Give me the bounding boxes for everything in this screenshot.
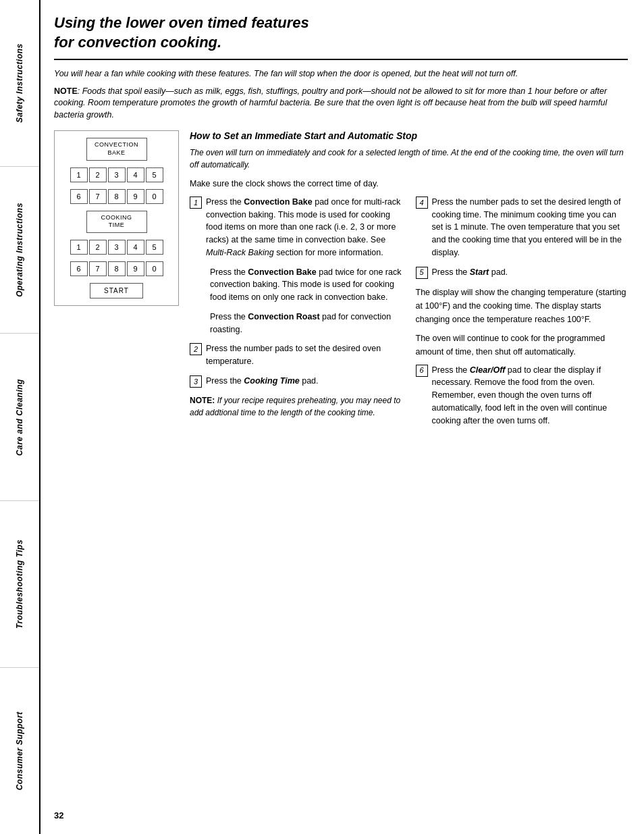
section-heading: How to Set an Immediate Start and Automa…	[190, 130, 628, 141]
keypad-row2: 6 7 8 9 0	[70, 189, 163, 204]
instructions-area: How to Set an Immediate Start and Automa…	[190, 130, 628, 797]
cooking-time-label: Cooking Time	[86, 211, 147, 233]
intro-note: NOTE: Foods that spoil easily—such as mi…	[54, 86, 628, 122]
step-1: 1 Press the Convection Bake pad once for…	[190, 196, 402, 259]
page-title: Using the lower oven timed features for …	[54, 14, 628, 60]
key-4b[interactable]: 4	[127, 240, 144, 255]
step-1b: Press the Convection Bake pad twice for …	[190, 266, 402, 304]
step-num-2: 2	[190, 343, 202, 355]
step-text-1: Press the Convection Bake pad once for m…	[206, 196, 402, 259]
keypad-row3: 1 2 3 4 5	[70, 240, 163, 255]
key-5b[interactable]: 5	[146, 240, 163, 255]
step-text-5: Press the Start pad.	[432, 266, 628, 279]
sidebar-section-troubleshooting[interactable]: Troubleshooting Tips	[0, 501, 39, 668]
sidebar-label-care: Care and Cleaning	[15, 379, 24, 456]
steps-area: 1 Press the Convection Bake pad once for…	[190, 196, 628, 434]
key-9[interactable]: 9	[127, 189, 144, 204]
sidebar-section-consumer[interactable]: Consumer Support	[0, 668, 39, 834]
sidebar-section-care[interactable]: Care and Cleaning	[0, 334, 39, 500]
note-label: NOTE	[54, 86, 78, 96]
display-note-2: The oven will continue to cook for the p…	[416, 332, 628, 359]
steps-left: 1 Press the Convection Bake pad once for…	[190, 196, 402, 434]
step-num-4: 4	[416, 197, 428, 209]
sidebar-label-safety: Safety Instructions	[15, 43, 24, 123]
sidebar-section-safety[interactable]: Safety Instructions	[0, 0, 39, 167]
key-3[interactable]: 3	[108, 167, 126, 182]
step-3: 3 Press the Cooking Time pad.	[190, 375, 402, 388]
key-8b[interactable]: 8	[108, 261, 126, 276]
step-6: 6 Press the Clear/Off pad to clear the d…	[416, 364, 628, 427]
step-num-1: 1	[190, 197, 202, 209]
keypad-row1: 1 2 3 4 5	[70, 167, 163, 182]
steps-right: 4 Press the number pads to set the desir…	[416, 196, 628, 434]
step-4: 4 Press the number pads to set the desir…	[416, 196, 628, 259]
sidebar-label-troubleshooting: Troubleshooting Tips	[15, 540, 24, 629]
step-1c: Press the Convection Roast pad for conve…	[190, 311, 402, 336]
sidebar-label-consumer: Consumer Support	[15, 712, 24, 791]
instruction-normal: Make sure the clock shows the correct ti…	[190, 178, 628, 190]
key-0[interactable]: 0	[146, 189, 163, 204]
key-7[interactable]: 7	[89, 189, 107, 204]
step-text-1c: Press the Convection Roast pad for conve…	[210, 311, 402, 336]
step-text-1b: Press the Convection Bake pad twice for …	[210, 266, 402, 304]
intro-italic-text: You will hear a fan while cooking with t…	[54, 68, 628, 80]
step-text-3: Press the Cooking Time pad.	[206, 375, 402, 388]
sidebar-label-operating: Operating Instructions	[15, 203, 24, 297]
convection-bake-label: Convection Bake	[86, 138, 147, 160]
key-0b[interactable]: 0	[146, 261, 163, 276]
key-5[interactable]: 5	[146, 167, 163, 182]
step-text-6: Press the Clear/Off pad to clear the dis…	[432, 364, 628, 427]
sidebar-section-operating[interactable]: Operating Instructions	[0, 167, 39, 334]
key-4[interactable]: 4	[127, 167, 144, 182]
title-line2: for convection cooking.	[54, 34, 221, 51]
keypad-row4: 6 7 8 9 0	[70, 261, 163, 276]
key-1[interactable]: 1	[70, 167, 88, 182]
key-7b[interactable]: 7	[89, 261, 107, 276]
key-8[interactable]: 8	[108, 189, 126, 204]
title-line1: Using the lower oven timed features	[54, 14, 309, 31]
key-2[interactable]: 2	[89, 167, 107, 182]
step-text-4: Press the number pads to set the desired…	[432, 196, 628, 259]
instruction-intro: The oven will turn on immediately and co…	[190, 147, 628, 171]
step-num-6: 6	[416, 365, 428, 377]
step-text-2: Press the number pads to set the desired…	[206, 342, 402, 368]
two-col-layout: Convection Bake 1 2 3 4 5 6 7 8 9 0 Cook…	[54, 130, 628, 797]
bake-label: Bake	[107, 149, 125, 156]
display-note-1: The display will show the changing tempe…	[416, 286, 628, 326]
cooking-label: Cooking	[101, 214, 132, 221]
convection-label: Convection	[95, 141, 138, 148]
note-bottom: NOTE: If your recipe requires preheating…	[190, 394, 402, 419]
step-num-3: 3	[190, 375, 202, 388]
sidebar: Safety Instructions Operating Instructio…	[0, 0, 41, 834]
key-1b[interactable]: 1	[70, 240, 88, 255]
key-9b[interactable]: 9	[127, 261, 144, 276]
main-content: Using the lower oven timed features for …	[41, 0, 644, 834]
step-5: 5 Press the Start pad.	[416, 266, 628, 279]
start-button[interactable]: Start	[90, 283, 143, 298]
step-num-5: 5	[416, 267, 428, 279]
key-6[interactable]: 6	[70, 189, 88, 204]
time-label: Time	[109, 221, 125, 228]
note-body: : Foods that spoil easily—such as milk, …	[54, 86, 607, 120]
keypad-diagram: Convection Bake 1 2 3 4 5 6 7 8 9 0 Cook…	[54, 130, 179, 306]
page-number: 32	[54, 810, 628, 820]
key-6b[interactable]: 6	[70, 261, 88, 276]
key-2b[interactable]: 2	[89, 240, 107, 255]
step-2: 2 Press the number pads to set the desir…	[190, 342, 402, 368]
key-3b[interactable]: 3	[108, 240, 126, 255]
